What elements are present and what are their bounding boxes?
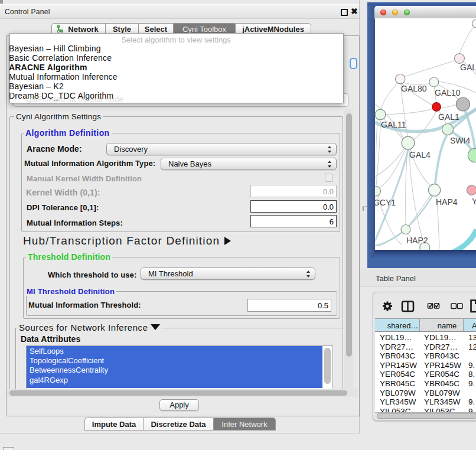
svg-text:GAL1: GAL1 — [438, 112, 459, 122]
svg-text:GAL80: GAL80 — [401, 84, 427, 93]
svg-text:GAL11: GAL11 — [381, 120, 406, 129]
svg-text:GAL10: GAL10 — [435, 88, 461, 97]
svg-text:GCY1: GCY1 — [375, 198, 396, 207]
svg-text:HAP4: HAP4 — [436, 197, 458, 207]
svg-text:HAP2: HAP2 — [406, 236, 428, 245]
svg-text:Y: Y — [472, 197, 476, 206]
svg-text:GAL4: GAL4 — [409, 150, 431, 159]
svg-text:GAL: GAL — [460, 63, 476, 72]
svg-text:SWI4: SWI4 — [450, 136, 470, 145]
